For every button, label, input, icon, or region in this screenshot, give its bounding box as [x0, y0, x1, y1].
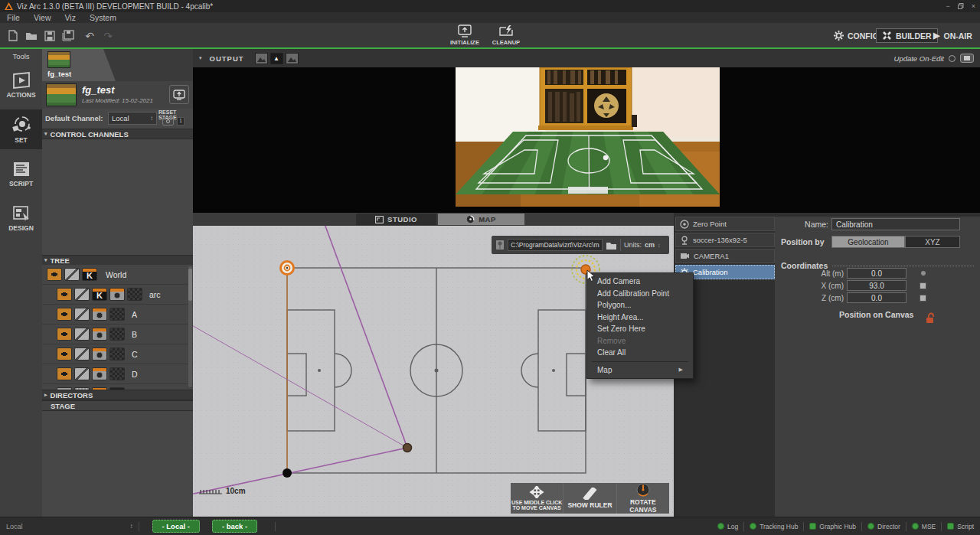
- z-input[interactable]: [847, 292, 906, 303]
- tree-row-world[interactable]: World: [42, 265, 193, 285]
- geolocation-button[interactable]: Geolocation: [831, 236, 905, 248]
- status-director[interactable]: Director: [867, 523, 900, 530]
- map-path-input[interactable]: [508, 239, 603, 251]
- z-lock-checkbox[interactable]: [920, 295, 926, 302]
- tab-studio[interactable]: STUDIO: [356, 214, 436, 225]
- tab-map[interactable]: MAP: [438, 214, 524, 225]
- collapse-icon[interactable]: ▾: [199, 55, 202, 61]
- x-lock-checkbox[interactable]: [920, 282, 926, 289]
- menu-separator: [592, 361, 688, 362]
- menu-item-clear-all[interactable]: Clear All: [587, 347, 693, 359]
- project-tab[interactable]: fg_test: [42, 49, 116, 81]
- status-channel-dropdown-icon[interactable]: ↕: [130, 523, 133, 530]
- list-item-camera1[interactable]: CAMERA1: [675, 249, 775, 263]
- control-channels-header[interactable]: ▾ CONTROL CHANNELS: [42, 129, 193, 139]
- visibility-icon[interactable]: [57, 347, 72, 360]
- tree-scrollbar[interactable]: [188, 266, 192, 387]
- close-button[interactable]: ×: [972, 2, 975, 10]
- units-value[interactable]: cm: [645, 241, 655, 249]
- rail-item-design[interactable]: DESIGN: [0, 198, 42, 238]
- units-dropdown-icon[interactable]: ↕: [658, 243, 661, 248]
- on-air-button[interactable]: ▶ ON-AIR: [928, 28, 978, 43]
- menu-view[interactable]: View: [34, 13, 51, 22]
- menu-item-add-camera[interactable]: Add Camera: [587, 276, 693, 288]
- transform-icon[interactable]: [64, 268, 80, 281]
- open-project-icon[interactable]: [24, 29, 38, 42]
- output-mode-image-right[interactable]: [286, 53, 299, 64]
- xyz-button[interactable]: XYZ: [905, 236, 960, 248]
- status-mse[interactable]: MSE: [912, 523, 936, 530]
- tree-header[interactable]: ▾ TREE: [42, 255, 193, 266]
- menu-item-add-calibration-point[interactable]: Add Calibration Point: [587, 288, 693, 300]
- play-icon: ▶: [933, 31, 939, 41]
- list-item-zero-point[interactable]: Zero Point: [675, 217, 775, 231]
- alt-input[interactable]: [847, 268, 906, 279]
- status-graphic-hub[interactable]: Graphic Hub: [809, 523, 856, 530]
- menu-file[interactable]: File: [7, 13, 20, 22]
- status-tracking-hub[interactable]: Tracking Hub: [750, 523, 798, 530]
- reset-stage-button[interactable]: [162, 117, 174, 126]
- rail-item-script[interactable]: SCRIPT: [0, 154, 42, 194]
- rail-item-actions[interactable]: ACTIONS: [0, 65, 42, 105]
- menu-item-set-zero-here[interactable]: Set Zero Here: [587, 323, 693, 335]
- default-channel-select[interactable]: Local ↕: [108, 112, 157, 125]
- back-channel-button[interactable]: - back -: [212, 520, 257, 533]
- rotate-canvas-button[interactable]: ROTATE CANVAS: [617, 483, 669, 514]
- transform-icon[interactable]: [74, 308, 90, 321]
- menu-item-polygon[interactable]: Polygon...: [587, 299, 693, 312]
- visibility-icon[interactable]: [57, 367, 72, 380]
- directors-header[interactable]: ▸ DIRECTORS: [42, 390, 193, 400]
- name-input[interactable]: [831, 218, 960, 230]
- camera-chip-icon[interactable]: [92, 347, 107, 360]
- show-ruler-button[interactable]: SHOW RULER: [564, 483, 616, 514]
- visibility-icon[interactable]: [47, 268, 62, 281]
- visibility-icon[interactable]: [57, 328, 72, 341]
- minimize-button[interactable]: −: [946, 2, 949, 10]
- save-as-icon[interactable]: [61, 29, 75, 42]
- output-mode-image-left[interactable]: [255, 53, 268, 64]
- tree-row-arc[interactable]: arc: [42, 285, 193, 305]
- rail-item-set[interactable]: SET: [0, 109, 42, 149]
- menu-item-remove[interactable]: Remove: [587, 335, 693, 347]
- tree-row-c[interactable]: C: [42, 344, 193, 364]
- visibility-icon[interactable]: [57, 308, 72, 321]
- transform-icon[interactable]: [74, 347, 90, 360]
- tree-row-partial[interactable]: [42, 384, 193, 390]
- transform-icon[interactable]: [74, 328, 90, 341]
- x-input[interactable]: [847, 280, 906, 291]
- local-channel-button[interactable]: - Local -: [152, 520, 200, 533]
- menu-item-map[interactable]: Map ▶: [587, 364, 693, 377]
- save-icon[interactable]: [43, 29, 57, 42]
- tree-scrollbar-thumb[interactable]: [188, 269, 192, 301]
- initialize-project-button[interactable]: [169, 85, 189, 104]
- new-project-icon[interactable]: [6, 29, 20, 42]
- visibility-icon[interactable]: [57, 288, 72, 301]
- list-item-soccer-map[interactable]: soccer-136x92-5: [675, 233, 775, 247]
- menu-system[interactable]: System: [90, 13, 116, 22]
- undo-icon[interactable]: ↶: [83, 29, 96, 42]
- camera-chip-icon[interactable]: [92, 367, 107, 380]
- unlock-icon[interactable]: [925, 312, 936, 324]
- menu-viz[interactable]: Viz: [65, 13, 76, 22]
- output-mode-pointer[interactable]: ▲: [270, 53, 283, 64]
- update-on-edit-toggle[interactable]: [949, 55, 956, 62]
- camera-chip-icon[interactable]: [92, 328, 107, 341]
- tree-row-d[interactable]: D: [42, 364, 193, 384]
- initialize-button[interactable]: INITIALIZE: [441, 24, 488, 46]
- menu-item-height-area[interactable]: Height Area...: [587, 312, 693, 324]
- transform-icon[interactable]: [74, 367, 90, 380]
- camera-chip-icon[interactable]: [109, 288, 125, 301]
- status-channel-value[interactable]: Local: [6, 523, 23, 530]
- tree-row-a[interactable]: A: [42, 305, 193, 325]
- transform-icon[interactable]: [74, 288, 90, 301]
- alt-link-indicator[interactable]: [921, 271, 926, 276]
- status-log[interactable]: Log: [717, 523, 738, 530]
- restore-button[interactable]: [958, 3, 964, 9]
- update-on-edit-indicator[interactable]: [960, 54, 974, 63]
- camera-chip-icon[interactable]: [92, 308, 107, 321]
- tree-row-b[interactable]: B: [42, 325, 193, 344]
- cleanup-button[interactable]: CLEANUP: [482, 24, 530, 46]
- status-script[interactable]: Script: [947, 523, 974, 530]
- browse-folder-icon[interactable]: [606, 241, 617, 250]
- stage-header[interactable]: STAGE: [42, 400, 193, 411]
